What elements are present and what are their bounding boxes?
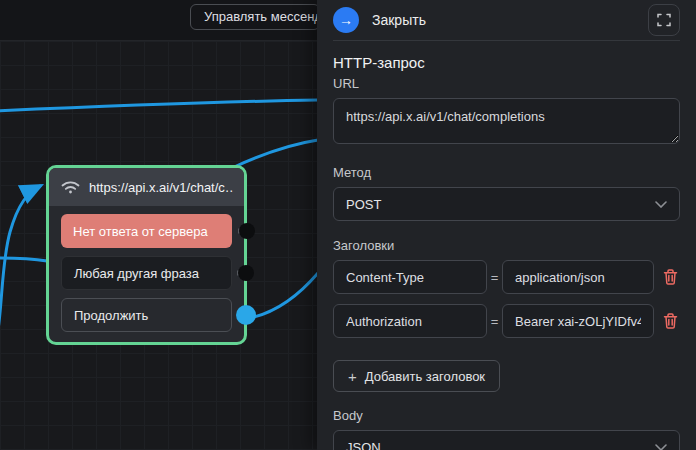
settings-panel: → Закрыть HTTP-запрос URL https://api.x.… bbox=[317, 0, 696, 450]
node-branch-continue[interactable]: Продолжить bbox=[61, 298, 232, 332]
headers-label: Заголовки bbox=[333, 238, 680, 253]
add-header-label: Добавить заголовок bbox=[365, 369, 485, 384]
output-port[interactable] bbox=[239, 223, 255, 239]
node-branch-no-response[interactable]: Нет ответа от сервера bbox=[61, 214, 232, 248]
arrow-right-icon: → bbox=[339, 12, 353, 28]
manage-messengers-button[interactable]: Управлять мессендж bbox=[190, 4, 320, 30]
delete-header-button[interactable] bbox=[663, 269, 678, 285]
chevron-down-icon bbox=[655, 201, 667, 208]
url-input[interactable]: https://api.x.ai/v1/chat/completions bbox=[333, 98, 680, 144]
header-key-input[interactable] bbox=[333, 260, 487, 294]
node-title: https://api.x.ai/v1/chat/c… bbox=[89, 180, 233, 195]
body-label: Body bbox=[333, 408, 680, 423]
method-label: Метод bbox=[333, 165, 680, 180]
equals-sign: = bbox=[487, 270, 502, 285]
delete-header-button[interactable] bbox=[663, 313, 678, 329]
method-value: POST bbox=[346, 197, 381, 212]
url-label: URL bbox=[333, 76, 680, 91]
trash-icon bbox=[663, 269, 678, 285]
panel-title: HTTP-запрос bbox=[333, 54, 680, 71]
header-row: = bbox=[333, 260, 680, 294]
branch-label: Продолжить bbox=[74, 308, 148, 323]
body-type-value: JSON bbox=[346, 440, 381, 450]
plus-icon: + bbox=[348, 368, 357, 385]
trash-icon bbox=[663, 313, 678, 329]
output-port-connected[interactable] bbox=[236, 305, 256, 325]
close-button[interactable]: Закрыть bbox=[372, 12, 648, 28]
wifi-icon bbox=[60, 179, 81, 195]
panel-header: → Закрыть bbox=[317, 0, 696, 40]
body-type-select[interactable]: JSON bbox=[333, 430, 680, 450]
add-header-button[interactable]: + Добавить заголовок bbox=[333, 360, 500, 392]
node-header[interactable]: https://api.x.ai/v1/chat/c… bbox=[49, 168, 244, 206]
branch-label: Нет ответа от сервера bbox=[73, 224, 208, 239]
header-value-input[interactable] bbox=[502, 260, 654, 294]
http-request-node[interactable]: https://api.x.ai/v1/chat/c… Нет ответа о… bbox=[46, 165, 247, 345]
expand-button[interactable] bbox=[648, 4, 680, 36]
output-port[interactable] bbox=[238, 265, 254, 281]
node-type-badge[interactable]: → bbox=[333, 7, 359, 33]
method-select[interactable]: POST bbox=[333, 187, 680, 221]
chevron-down-icon bbox=[655, 444, 667, 450]
node-body: Нет ответа от сервера Любая другая фраза… bbox=[49, 206, 244, 342]
equals-sign: = bbox=[487, 314, 502, 329]
header-key-input[interactable] bbox=[333, 304, 487, 338]
header-value-input[interactable] bbox=[502, 304, 654, 338]
branch-label: Любая другая фраза bbox=[74, 266, 199, 281]
fullscreen-icon bbox=[657, 13, 671, 27]
node-branch-any-phrase[interactable]: Любая другая фраза bbox=[61, 256, 232, 290]
header-row: = bbox=[333, 304, 680, 338]
